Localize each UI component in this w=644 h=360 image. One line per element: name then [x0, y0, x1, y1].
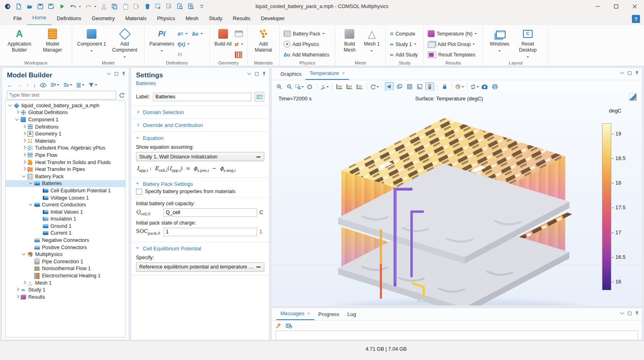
- zoom-extents-icon[interactable]: [305, 82, 314, 91]
- view-yz-icon[interactable]: yz: [345, 82, 354, 91]
- tree-item[interactable]: Turbulent Flow, Algebraic yPlus: [6, 145, 125, 152]
- expander-icon[interactable]: [15, 287, 20, 292]
- application-builder-button[interactable]: A Application Builder: [4, 27, 35, 53]
- specify-dropdown[interactable]: Reference equilibrium potential and temp…: [136, 262, 264, 272]
- collapse-all-icon[interactable]: [50, 83, 59, 87]
- equation-assumption-dropdown[interactable]: Study 1, Wall Distance Initialization: [136, 152, 264, 161]
- panel-pin-icon[interactable]: [635, 71, 639, 75]
- add-plot-group-dropdown[interactable]: Add Plot Group: [428, 39, 477, 49]
- tab-log[interactable]: Log: [343, 308, 360, 320]
- result-templates-button[interactable]: Result Templates: [428, 50, 477, 60]
- open-file-icon[interactable]: [26, 3, 33, 10]
- add-physics-button[interactable]: Add Physics: [284, 39, 330, 49]
- section-expander-icon[interactable]: [136, 182, 140, 186]
- redo-dropdown-icon[interactable]: [94, 6, 96, 8]
- tree-item[interactable]: Current Conductors: [6, 201, 125, 208]
- expander-icon[interactable]: [22, 174, 27, 179]
- menu-physics[interactable]: Physics: [152, 13, 180, 25]
- section-domain-selection[interactable]: Domain Selection: [131, 106, 269, 119]
- toolbar-overflow-icon[interactable]: [198, 3, 205, 10]
- undo-dropdown-icon[interactable]: [79, 6, 81, 8]
- expander-icon[interactable]: [22, 131, 27, 136]
- expander-icon[interactable]: [29, 202, 34, 207]
- tree-item[interactable]: Pipe Connection 1: [6, 258, 125, 265]
- variables-button[interactable]: a=: [178, 29, 190, 39]
- section-expander-icon[interactable]: [136, 123, 140, 127]
- tree-item[interactable]: Component 1: [6, 116, 125, 123]
- duplicate-icon[interactable]: [133, 3, 140, 10]
- panel-float-icon[interactable]: [114, 72, 119, 76]
- expander-icon[interactable]: [29, 181, 34, 186]
- clear-selection-icon[interactable]: [165, 3, 173, 10]
- panel-float-icon[interactable]: [255, 72, 259, 76]
- study-1-dropdown[interactable]: ∞Study 1: [390, 39, 418, 49]
- color-legend-icon[interactable]: [425, 82, 434, 91]
- panel-menu-icon[interactable]: [247, 72, 251, 75]
- expander-icon[interactable]: [22, 281, 27, 285]
- refresh-filter-icon[interactable]: [119, 92, 125, 98]
- print-icon[interactable]: [490, 82, 499, 91]
- tree-item[interactable]: Battery Pack: [6, 173, 125, 180]
- graphics-canvas[interactable]: Time=72000 s Surface: Temperature (degC)…: [272, 91, 642, 306]
- delete-icon[interactable]: [144, 3, 151, 10]
- add-component-button[interactable]: Add Component: [109, 27, 140, 59]
- model-manager-button[interactable]: Model Manager: [37, 27, 68, 53]
- close-tab-icon[interactable]: ×: [307, 308, 310, 319]
- tree-item[interactable]: Voltage Losses 1: [6, 194, 125, 202]
- select-box-icon[interactable]: [155, 3, 162, 10]
- tree-item[interactable]: Results: [6, 293, 125, 301]
- view-xy-icon[interactable]: xy: [335, 82, 344, 91]
- tree-item[interactable]: liquid_cooled_battery_pack_a.mph: [6, 102, 125, 109]
- tree-item[interactable]: Heat Transfer in Solids and Fluids: [6, 159, 125, 166]
- save-as-icon[interactable]: [48, 3, 55, 10]
- scene-light-icon[interactable]: [395, 82, 404, 91]
- panel-menu-icon[interactable]: [620, 71, 624, 75]
- materials-checkbox[interactable]: [136, 189, 142, 195]
- tree-item[interactable]: Ground 1: [6, 223, 125, 230]
- mesh-1-button[interactable]: △ Mesh 1: [362, 27, 381, 53]
- update-plot-icon[interactable]: [470, 82, 479, 91]
- transparency-icon[interactable]: [385, 82, 394, 91]
- tree-item[interactable]: Cell Equilibrium Potential 1: [6, 187, 125, 194]
- zoom-in-icon[interactable]: [275, 82, 284, 91]
- tree-item[interactable]: Electrochemical Heating 1: [6, 272, 125, 279]
- tree-item[interactable]: Current 1: [6, 230, 125, 237]
- plot-thumbnail-icon[interactable]: [629, 93, 637, 101]
- back-icon[interactable]: ←: [7, 82, 13, 88]
- view-orientation-icon[interactable]: [320, 82, 329, 91]
- import-geometry-button[interactable]: [235, 29, 243, 39]
- move-down-icon[interactable]: ↓: [33, 82, 36, 88]
- rebuild-button[interactable]: ⇄: [235, 39, 243, 49]
- message-settings-icon[interactable]: [286, 323, 292, 329]
- close-button[interactable]: [625, 0, 644, 13]
- minimize-button[interactable]: [588, 0, 607, 13]
- copy-icon[interactable]: [111, 3, 118, 10]
- capacity-input[interactable]: [163, 208, 257, 217]
- tree-item[interactable]: Materials: [6, 137, 125, 145]
- view-xz-icon[interactable]: xz: [355, 82, 364, 91]
- panel-menu-icon[interactable]: [620, 312, 624, 315]
- tree-item[interactable]: Pipe Flow: [6, 152, 125, 159]
- clear-messages-icon[interactable]: [276, 323, 282, 329]
- panel-pin-icon[interactable]: [122, 71, 125, 76]
- expander-icon[interactable]: [22, 139, 27, 144]
- expand-all-icon[interactable]: [63, 83, 72, 87]
- soc-input[interactable]: [163, 228, 257, 236]
- run-icon[interactable]: [59, 3, 66, 10]
- snapshot-icon[interactable]: [480, 82, 489, 91]
- forward-icon[interactable]: →: [17, 82, 22, 88]
- menu-mesh[interactable]: Mesh: [180, 13, 204, 25]
- color-palette-icon[interactable]: [455, 82, 464, 91]
- find-replace-icon[interactable]: [187, 3, 194, 10]
- expander-icon[interactable]: [22, 252, 27, 257]
- expander-icon[interactable]: [22, 167, 27, 172]
- cut-icon[interactable]: [100, 3, 107, 10]
- lock-icon[interactable]: [440, 82, 449, 91]
- tree-item[interactable]: Global Definitions: [6, 109, 125, 117]
- parameter-case-button[interactable]: Pi: [178, 50, 190, 60]
- menu-materials[interactable]: Materials: [120, 13, 152, 25]
- add-material-button[interactable]: Add Material: [252, 27, 275, 53]
- close-tab-icon[interactable]: ×: [342, 68, 345, 79]
- menu-study[interactable]: Study: [204, 13, 228, 25]
- tree-item[interactable]: Positive Connectors: [6, 244, 125, 251]
